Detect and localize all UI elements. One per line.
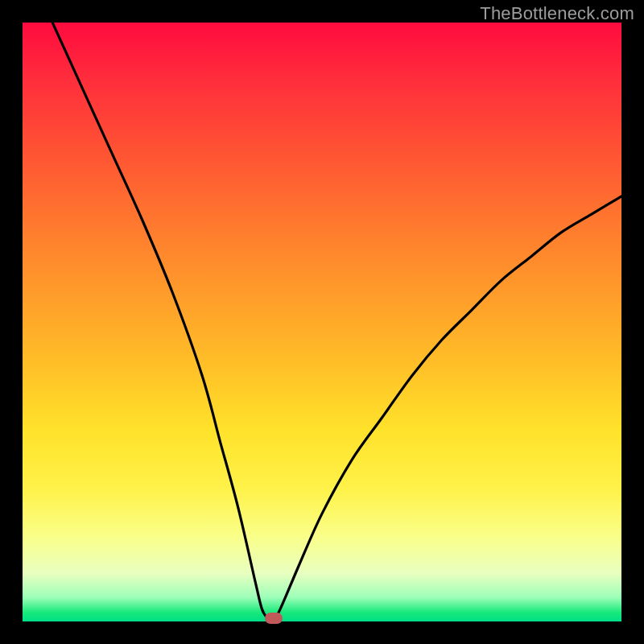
outer-frame: TheBottleneck.com (0, 0, 644, 644)
plot-area (23, 23, 621, 621)
bottleneck-curve (23, 23, 621, 621)
watermark-text: TheBottleneck.com (480, 3, 634, 24)
optimal-marker (265, 613, 283, 624)
